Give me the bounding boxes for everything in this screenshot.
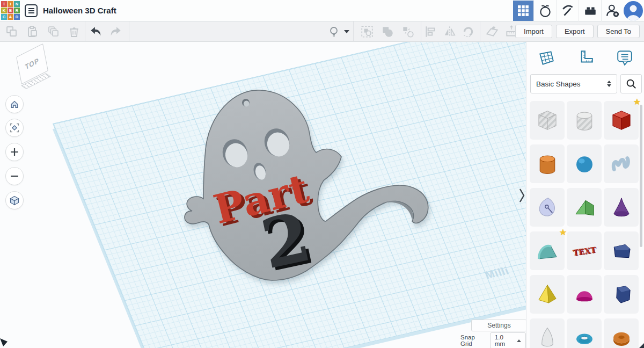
sphere-icon [572,151,597,176]
cylinder-icon [535,151,560,176]
scribble-squiggle-icon [609,151,634,176]
workplane-unit-label: Milli [483,265,510,281]
shape-prism[interactable] [604,275,639,314]
panel-scrollbar[interactable] [640,105,642,247]
torus-thick-icon [609,325,634,348]
show-hide-bulb-icon[interactable] [326,24,341,39]
window-resize-corner [639,343,644,348]
paraboloid-icon [535,325,560,348]
snap-grid-caret-icon [517,339,521,342]
shape-paraboloid[interactable] [530,318,565,348]
round-roof-icon [535,238,560,263]
design-title[interactable]: Halloween 3D Craft [43,0,116,21]
shape-torus-thick[interactable] [604,318,639,348]
workplane-helper-icon[interactable] [485,24,500,39]
tinkercad-logo[interactable]: TINKERCAD [1,1,21,21]
logo-letter-N: N [14,1,20,7]
dropdown-updown-caret-icon [607,81,611,87]
logo-letter-I: I [8,1,13,7]
polygon-icon [609,238,634,263]
logo-letter-E: E [8,8,13,13]
shape-cylinder[interactable] [530,144,565,183]
logo-letter-A: A [8,14,13,20]
ghost-model[interactable]: Part Part 2 2 [180,86,437,287]
flip-icon[interactable] [442,24,457,39]
svg-text:TEXT: TEXT [572,245,597,257]
shape-polygon[interactable] [604,231,639,270]
shape-roof[interactable] [567,188,602,227]
snap-grid-label: Snap Grid [460,334,486,347]
shape-cylinder-transparent[interactable] [567,101,602,140]
roof-icon [572,195,597,220]
half-sphere-icon [572,282,597,307]
shape-torus[interactable] [567,318,602,348]
zoom-out-button[interactable] [5,167,24,185]
shape-text[interactable]: TEXTTEXT [567,231,602,270]
shapes-grid: ★★TEXTTEXT [530,101,639,348]
title-bar: TINKERCAD Halloween 3D Craft [0,0,644,21]
settings-button[interactable]: Settings [471,320,526,331]
shape-sphere[interactable] [567,144,602,183]
3d-designs-grid-icon[interactable] [513,1,533,21]
ruler-tab-icon[interactable] [574,46,597,70]
prism-icon [609,282,634,307]
torus-icon [572,325,597,348]
redo-icon[interactable] [108,24,123,39]
logo-letter-C: C [1,14,7,20]
shape-box-transparent[interactable] [530,101,565,140]
minecraft-pickaxe-icon[interactable] [557,0,579,21]
text-icon: TEXTTEXT [572,238,597,263]
group-select-icon[interactable] [360,24,375,39]
send-to-button[interactable]: Send To [597,25,640,38]
account-avatar[interactable] [624,1,643,20]
shape-box[interactable]: ★ [604,101,639,140]
show-hide-caret-icon[interactable] [344,30,349,33]
shape-category-value: Basic Shapes [536,80,607,88]
shape-pyramid[interactable] [530,275,565,314]
brick-build-icon[interactable] [579,0,601,21]
duplicate-icon[interactable] [46,24,61,39]
logo-letter-K: K [1,8,7,13]
delete-icon[interactable] [67,24,82,39]
shape-extrusion-pen[interactable] [530,188,565,227]
logo-letter-R: R [14,8,20,13]
export-button[interactable]: Export [556,25,594,38]
shape-search-button[interactable] [620,74,642,93]
ungroup-icon[interactable] [400,24,415,39]
group-icon[interactable] [380,24,395,39]
snap-grid-select[interactable]: 1.0 mm [490,332,526,348]
sim-lab-apple-icon[interactable] [534,0,556,21]
view-cube[interactable]: TOP [4,44,58,89]
mouse-cursor [0,338,9,348]
pyramid-icon [535,282,560,307]
search-icon [625,78,637,90]
shape-half-sphere[interactable] [567,275,602,314]
zoom-in-button[interactable] [5,143,24,161]
import-button[interactable]: Import [515,25,552,38]
invite-person-add-icon[interactable] [602,0,624,21]
fit-view-button[interactable] [5,119,24,137]
shape-category-dropdown[interactable]: Basic Shapes [530,74,617,93]
paste-icon[interactable] [25,24,40,39]
snap-magnet-icon[interactable] [460,24,475,39]
extrusion-pen-icon [535,195,560,220]
shapes-panel: Basic Shapes ★★TEXTTEXT [526,42,644,348]
shape-cone[interactable] [604,188,639,227]
edit-toolbar: Import Export Send To [0,21,644,42]
home-view-button[interactable] [5,95,24,113]
3d-viewport[interactable]: Milli Part [0,42,526,348]
panel-collapse-chevron[interactable] [519,187,525,204]
shape-round-roof[interactable]: ★ [530,231,565,270]
undo-icon[interactable] [88,24,103,39]
logo-letter-D: D [14,14,20,20]
design-menu-icon[interactable] [24,4,38,18]
snap-grid-value: 1.0 mm [495,334,513,347]
perspective-toggle-button[interactable] [5,191,24,209]
logo-letter-T: T [1,1,7,7]
cylinder-transparent-icon [572,108,597,133]
shape-scribble-squiggle[interactable] [604,144,639,183]
workplane-tab-icon[interactable] [535,46,558,70]
align-icon[interactable] [423,24,438,39]
notes-tab-icon[interactable] [613,46,636,70]
copy-icon[interactable] [4,24,19,39]
